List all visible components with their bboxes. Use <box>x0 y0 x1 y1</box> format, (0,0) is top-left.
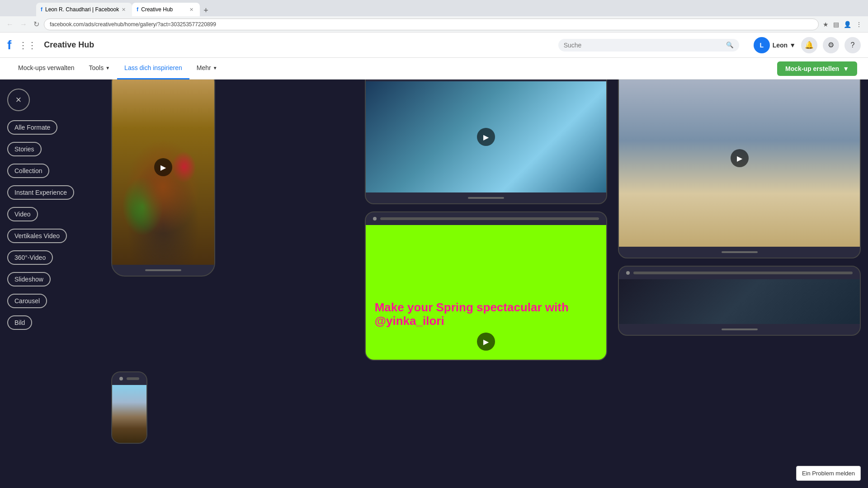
filter-carousel[interactable]: Carousel <box>7 294 47 308</box>
gallery-card-4[interactable] <box>111 371 147 444</box>
profile-icon[interactable]: 👤 <box>842 20 853 29</box>
card3-play-button[interactable]: ▶ <box>731 149 749 167</box>
create-mockup-button[interactable]: Mock-up erstellen ▼ <box>777 61 857 76</box>
tab-creativehub[interactable]: f Creative Hub ✕ <box>132 3 200 16</box>
card2-home-bar <box>468 197 504 199</box>
browser-nav-row: ← → ↻ facebook.com/ads/creativehub/home/… <box>0 16 868 33</box>
search-input[interactable] <box>564 42 722 49</box>
app-title: Creative Hub <box>44 40 94 50</box>
city-image <box>112 385 146 443</box>
placeholder-col2 <box>365 371 608 444</box>
nav-mockups[interactable]: Mock-ups verwalten <box>11 58 82 80</box>
card1-play-button[interactable]: ▶ <box>154 158 172 176</box>
card3-home-bar <box>722 251 758 253</box>
nav-tools[interactable]: Tools ▼ <box>82 58 118 80</box>
forward-button[interactable]: → <box>18 19 29 29</box>
tab-facebook[interactable]: f Leon R. Chaudhari | Facebook ✕ <box>36 3 132 16</box>
mehr-dropdown-arrow: ▼ <box>213 66 217 70</box>
report-problem-button[interactable]: Ein Problem melden <box>796 466 861 481</box>
new-tab-button[interactable]: + <box>200 5 212 16</box>
settings-button[interactable]: ⚙ <box>823 37 839 53</box>
search-button[interactable]: 🔍 <box>726 42 734 48</box>
gallery-card-3[interactable]: ▶ <box>618 80 861 258</box>
phone-grid: ▶ ▶ <box>111 87 861 361</box>
column-2: ▶ Make your Spring spectacular with @yin <box>365 87 608 361</box>
card2-play-button[interactable]: ▶ <box>477 128 495 146</box>
gallery-card-6[interactable] <box>618 266 861 336</box>
facebook-header: f ⋮⋮ Creative Hub 🔍 L Leon ▼ 🔔 ⚙ ? <box>0 33 868 58</box>
ad-text: Make your Spring spectacular with @yinka… <box>375 301 598 328</box>
card5-pill <box>380 217 599 220</box>
app-grid-icon[interactable]: ⋮⋮ <box>19 40 37 51</box>
card3-bottom <box>619 247 860 258</box>
card5-play-button[interactable]: ▶ <box>477 333 495 351</box>
card2-bottom <box>366 192 607 203</box>
card6-media <box>619 279 860 324</box>
gallery-card-2[interactable]: ▶ <box>365 80 608 204</box>
notifications-button[interactable]: 🔔 <box>801 37 817 53</box>
card6-bottom <box>619 324 860 335</box>
card2-media: ▶ <box>366 81 607 192</box>
tab-row: f Leon R. Chaudhari | Facebook ✕ f Creat… <box>0 0 868 16</box>
filter-360-video[interactable]: 360°-Video <box>7 250 53 265</box>
extensions-icon[interactable]: ▤ <box>832 20 840 29</box>
card1-media: ▶ <box>112 80 214 265</box>
filter-tags-list: Alle Formate Stories Collection Instant … <box>7 120 97 335</box>
card6-dot <box>626 271 630 275</box>
user-name-button[interactable]: Leon ▼ <box>773 42 796 49</box>
dark-media <box>619 279 860 324</box>
user-profile-area[interactable]: L Leon ▼ <box>754 37 796 53</box>
card1-bottom <box>112 265 214 276</box>
bookmark-star-icon[interactable]: ★ <box>821 20 830 29</box>
tab-creativehub-close[interactable]: ✕ <box>189 7 193 13</box>
filter-slideshow[interactable]: Slideshow <box>7 272 51 286</box>
filter-stories[interactable]: Stories <box>7 142 42 156</box>
card1-home-bar <box>145 269 181 271</box>
tab-facebook-close[interactable]: ✕ <box>122 7 126 13</box>
card4-media <box>112 385 146 443</box>
placeholder-col3 <box>618 371 861 444</box>
filter-bild[interactable]: Bild <box>7 315 32 330</box>
top-navigation: Mock-ups verwalten Tools ▼ Lass dich ins… <box>0 58 868 80</box>
phone-grid-row2 <box>111 371 861 444</box>
card4-notch <box>112 372 146 385</box>
card4-dot <box>119 377 123 380</box>
card5-dot <box>373 217 377 221</box>
tab-facebook-label: Leon R. Chaudhari | Facebook <box>45 6 119 13</box>
browser-action-icons: ★ ▤ 👤 ⋮ <box>821 20 863 29</box>
menu-icon[interactable]: ⋮ <box>854 20 863 29</box>
filter-video[interactable]: Video <box>7 207 38 221</box>
green-ad-media: Make your Spring spectacular with @yinka… <box>366 225 607 360</box>
header-right: L Leon ▼ 🔔 ⚙ ? <box>754 37 861 53</box>
card6-pill <box>633 272 853 274</box>
card3-media: ▶ <box>619 80 860 247</box>
gallery-content-area: ▶ ▶ <box>104 80 868 488</box>
close-filters-button[interactable]: × <box>7 89 30 111</box>
search-bar[interactable]: 🔍 <box>558 39 739 52</box>
card5-media: Make your Spring spectacular with @yinka… <box>366 225 607 360</box>
gallery-card-5[interactable]: Make your Spring spectacular with @yinka… <box>365 211 608 361</box>
address-bar[interactable]: facebook.com/ads/creativehub/home/galler… <box>44 19 819 30</box>
avatar: L <box>754 37 770 53</box>
sidebar: × Alle Formate Stories Collection Instan… <box>0 80 104 488</box>
tools-dropdown-arrow: ▼ <box>105 66 110 70</box>
card5-notch <box>366 212 607 225</box>
nav-mehr[interactable]: Mehr ▼ <box>189 58 225 80</box>
url-text: facebook.com/ads/creativehub/home/galler… <box>50 21 216 28</box>
filter-vertical-video[interactable]: Vertikales Video <box>7 229 67 243</box>
filter-collection[interactable]: Collection <box>7 164 49 178</box>
gallery-card-1[interactable]: ▶ <box>111 80 215 277</box>
card6-notch <box>619 267 860 279</box>
help-button[interactable]: ? <box>844 37 861 53</box>
facebook-logo: f <box>7 38 11 52</box>
back-button[interactable]: ← <box>5 19 15 29</box>
card6-home-bar <box>722 328 758 330</box>
refresh-button[interactable]: ↻ <box>32 19 41 29</box>
card4-pill <box>127 377 139 380</box>
tab-creativehub-label: Creative Hub <box>141 6 187 13</box>
filter-all-formate[interactable]: Alle Formate <box>7 120 57 135</box>
filter-instant-experience[interactable]: Instant Experience <box>7 185 74 200</box>
browser-chrome: f Leon R. Chaudhari | Facebook ✕ f Creat… <box>0 0 868 33</box>
column-3: ▶ <box>618 87 861 361</box>
nav-inspire[interactable]: Lass dich inspirieren <box>117 58 189 80</box>
